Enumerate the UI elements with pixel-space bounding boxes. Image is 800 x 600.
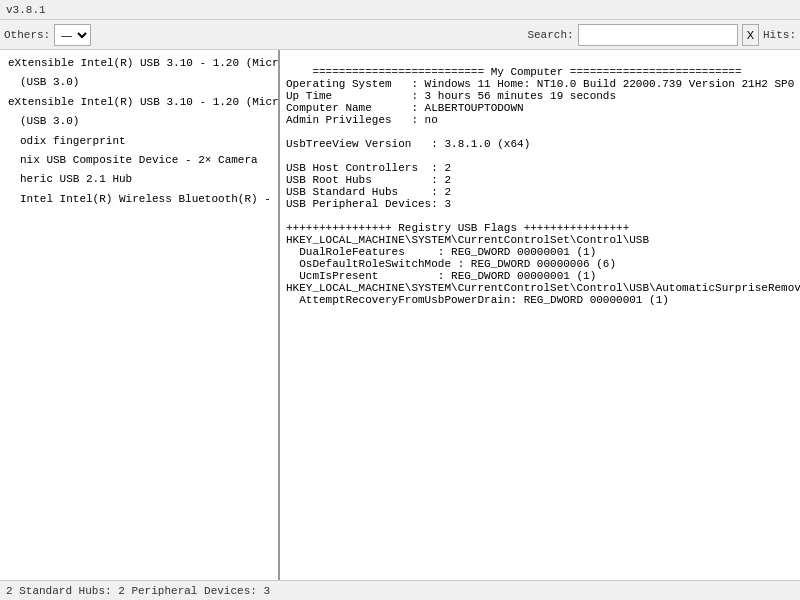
toolbar: Others: — Search: X Hits: xyxy=(0,20,800,50)
tree-item[interactable]: (USB 3.0) xyxy=(0,112,278,131)
search-label: Search: xyxy=(527,29,573,41)
device-tree-panel: eXtensible Intel(R) USB 3.10 - 1.20 (Mic… xyxy=(0,50,280,580)
main-area: eXtensible Intel(R) USB 3.10 - 1.20 (Mic… xyxy=(0,50,800,580)
tree-item[interactable]: odix fingerprint xyxy=(0,132,278,151)
tree-item[interactable]: nix USB Composite Device - 2× Camera xyxy=(0,151,278,170)
status-text: 2 Standard Hubs: 2 Peripheral Devices: 3 xyxy=(6,585,270,597)
search-clear-button[interactable]: X xyxy=(742,24,759,46)
title-text: v3.8.1 xyxy=(6,4,46,16)
hits-label: Hits: xyxy=(763,29,796,41)
tree-item[interactable]: Intel Intel(R) Wireless Bluetooth(R) - K… xyxy=(0,190,278,209)
main-content-text: ========================== My Computer =… xyxy=(286,66,800,306)
status-bar: 2 Standard Hubs: 2 Peripheral Devices: 3 xyxy=(0,580,800,600)
tree-item[interactable]: heric USB 2.1 Hub xyxy=(0,170,278,189)
others-label: Others: xyxy=(4,29,50,41)
others-select[interactable]: — xyxy=(54,24,91,46)
tree-item[interactable]: eXtensible Intel(R) USB 3.10 - 1.20 (Mic… xyxy=(0,54,278,73)
tree-item[interactable]: (USB 3.0) xyxy=(0,73,278,92)
search-input[interactable] xyxy=(578,24,738,46)
tree-item[interactable]: eXtensible Intel(R) USB 3.10 - 1.20 (Mic… xyxy=(0,93,278,112)
title-bar: v3.8.1 xyxy=(0,0,800,20)
info-panel: ========================== My Computer =… xyxy=(280,50,800,580)
